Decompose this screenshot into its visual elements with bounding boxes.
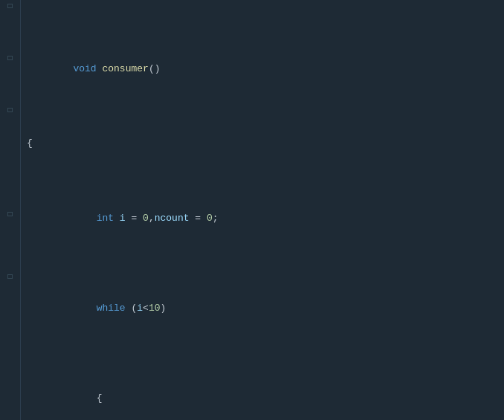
fold-4[interactable]: □ (6, 210, 15, 220)
fold-2[interactable]: □ (6, 54, 15, 64)
code-line: void consumer() (27, 46, 504, 91)
gutter: □ · · · · □ · · · · □ · · · · · · · · · … (0, 0, 21, 420)
code-line: { (27, 136, 504, 151)
code-line: int i = 0,ncount = 0; (27, 196, 504, 241)
code-line: { (27, 376, 504, 420)
fold-5[interactable]: □ (6, 272, 15, 282)
code-area: void consumer() { int i = 0,ncount = 0; … (21, 0, 504, 420)
code-line: while (i<10) (27, 286, 504, 331)
code-editor: □ · · · · □ · · · · □ · · · · · · · · · … (0, 0, 504, 420)
fold-1[interactable]: □ (6, 1, 15, 12)
fold-3[interactable]: □ (6, 106, 15, 116)
